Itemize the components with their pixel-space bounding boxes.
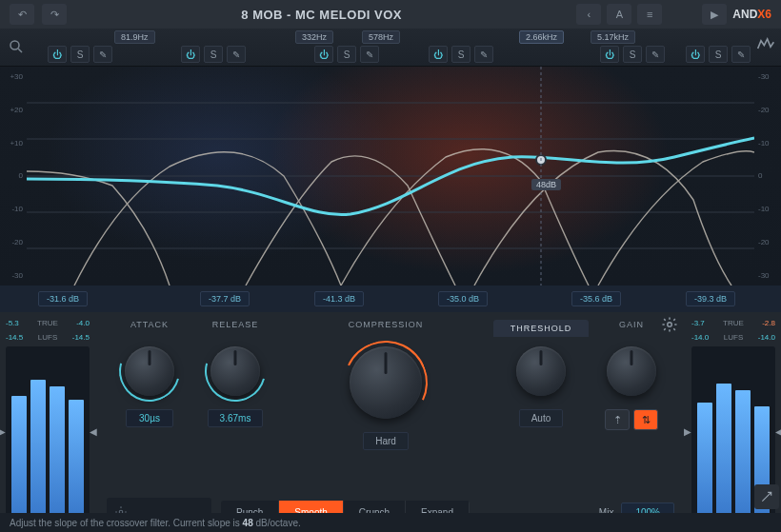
band-header: 81.9Hz 332Hz 578Hz 2.66kHz 5.17kHz ⏻ S ✎… — [0, 29, 781, 67]
compression-mode[interactable]: Hard — [363, 432, 409, 450]
release-knob[interactable] — [210, 346, 260, 396]
band-gain-5[interactable]: -35.6 dB — [571, 291, 621, 306]
attack-value[interactable]: 30µs — [126, 409, 173, 427]
wand-icon[interactable] — [754, 484, 779, 509]
node-value[interactable]: 48dB — [531, 179, 561, 190]
threshold-mode[interactable]: Auto — [519, 409, 564, 427]
compression-label: COMPRESSION — [278, 320, 493, 337]
in-lufs-r: -14.5 — [72, 332, 90, 343]
prev-preset-button[interactable]: ‹ — [576, 4, 601, 25]
attack-knob[interactable] — [125, 346, 174, 396]
out-true-l: -3.7 — [691, 318, 705, 328]
in-true-l: -5.3 — [6, 318, 19, 328]
spectrum-display[interactable]: +30+20+100-10-20-30 -30-20-100-10-20-30 … — [0, 67, 781, 286]
filter-curves — [27, 67, 754, 286]
band-gain-1[interactable]: -31.6 dB — [38, 291, 88, 306]
attack-label: ATTACK — [107, 320, 192, 337]
freq-tag-5[interactable]: 5.17kHz — [591, 30, 635, 44]
freq-tag-1[interactable]: 81.9Hz — [114, 30, 155, 44]
band-5-controls: ⏻ S ✎ — [600, 46, 665, 63]
link-up-icon[interactable]: ⇡ — [605, 409, 630, 430]
band-1-controls: ⏻ S ✎ — [48, 46, 112, 63]
power-icon[interactable]: ⏻ — [686, 46, 705, 63]
preset-slot[interactable]: A — [607, 4, 631, 25]
band-2-controls: ⏻ S ✎ — [181, 46, 246, 63]
in-true-r: -4.0 — [76, 318, 90, 328]
brand-logo: ANDX6 — [732, 8, 771, 21]
band-3-controls: ⏻ S ✎ — [314, 46, 379, 63]
solo-button[interactable]: S — [337, 46, 356, 63]
menu-button[interactable]: ≡ — [637, 4, 662, 25]
waveform-view-icon[interactable] — [756, 34, 775, 55]
band-gain-4[interactable]: -35.0 dB — [438, 291, 488, 306]
release-label: RELEASE — [192, 320, 278, 337]
edit-icon[interactable]: ✎ — [731, 46, 751, 63]
lower-panel: -5.3 TRUE -4.0 -14.5 LUFS -14.5 ▶ ◀ 0.0d… — [0, 312, 781, 532]
band-gain-row: -31.6 dB -37.7 dB -41.3 dB -35.0 dB -35.… — [0, 286, 781, 312]
solo-button[interactable]: S — [70, 46, 90, 63]
axis-left: +30+20+100-10-20-30 — [0, 67, 27, 286]
search-icon[interactable] — [8, 38, 25, 57]
band-gain-3[interactable]: -41.3 dB — [314, 291, 364, 306]
freq-tag-3[interactable]: 578Hz — [362, 30, 400, 44]
output-meter: -3.7 TRUE -2.8 -14.0 LUFS -14.0 ▶ ◀ -0.6… — [686, 312, 781, 532]
release-value[interactable]: 3.67ms — [208, 409, 264, 427]
input-meter-bars[interactable]: ▶ ◀ — [6, 346, 90, 515]
in-lufs-l: -14.5 — [6, 332, 23, 343]
arrow-left-icon[interactable]: ◀ — [775, 425, 781, 436]
solo-button[interactable]: S — [204, 46, 223, 63]
out-lufs-r: -14.0 — [758, 332, 775, 343]
input-meter: -5.3 TRUE -4.0 -14.5 LUFS -14.5 ▶ ◀ 0.0d… — [0, 312, 95, 532]
edit-icon[interactable]: ✎ — [360, 46, 379, 63]
solo-button[interactable]: S — [451, 46, 471, 63]
power-icon[interactable]: ⏻ — [48, 46, 67, 63]
power-icon[interactable]: ⏻ — [314, 46, 333, 63]
band-gain-2[interactable]: -37.7 dB — [200, 291, 250, 306]
edit-icon[interactable]: ✎ — [93, 46, 112, 63]
threshold-knob[interactable] — [516, 346, 566, 396]
svg-point-8 — [668, 323, 672, 327]
power-icon[interactable]: ⏻ — [181, 46, 200, 63]
solo-button[interactable]: S — [623, 46, 642, 63]
gain-knob[interactable] — [607, 346, 656, 396]
out-lufs-l: -14.0 — [691, 332, 709, 343]
arrow-right-icon[interactable]: ▶ — [684, 425, 691, 436]
band-4-controls: ⏻ S ✎ — [429, 46, 493, 63]
edit-icon[interactable]: ✎ — [646, 46, 665, 63]
undo-button[interactable]: ↶ — [10, 4, 34, 25]
redo-button[interactable]: ↷ — [42, 4, 67, 25]
svg-line-1 — [18, 49, 22, 52]
top-bar: ↶ ↷ 8 MOB - MC MELODI VOX ‹ A ≡ ▶ ANDX6 — [0, 0, 781, 29]
edit-icon[interactable]: ✎ — [474, 46, 493, 63]
power-icon[interactable]: ⏻ — [600, 46, 619, 63]
band-markers: 81.9Hz 332Hz 578Hz 2.66kHz 5.17kHz ⏻ S ✎… — [29, 29, 752, 67]
freq-tag-2[interactable]: 332Hz — [295, 30, 333, 44]
edit-icon[interactable]: ✎ — [227, 46, 246, 63]
compression-knob[interactable] — [350, 346, 422, 419]
link-both-icon[interactable]: ⇅ — [633, 409, 658, 430]
power-icon[interactable]: ⏻ — [429, 46, 448, 63]
svg-point-0 — [10, 41, 19, 49]
solo-button[interactable]: S — [709, 46, 728, 63]
status-bar: Adjust the slope of the crossover filter… — [0, 513, 781, 532]
gear-icon[interactable] — [661, 316, 678, 333]
freq-tag-4[interactable]: 2.66kHz — [519, 30, 564, 44]
axis-right: -30-20-100-10-20-30 — [754, 67, 781, 286]
compressor-controls: ATTACK RELEASE COMPRESSION THRESHOLD GAI… — [95, 312, 686, 532]
play-icon[interactable]: ▶ — [702, 4, 727, 25]
arrow-right-icon[interactable]: ▶ — [0, 425, 6, 436]
preset-title[interactable]: 8 MOB - MC MELODI VOX — [67, 8, 576, 22]
out-true-r: -2.8 — [762, 318, 775, 328]
band-gain-6[interactable]: -39.3 dB — [686, 291, 735, 306]
band-6-controls: ⏻ S ✎ — [686, 46, 751, 63]
threshold-label[interactable]: THRESHOLD — [493, 320, 589, 337]
